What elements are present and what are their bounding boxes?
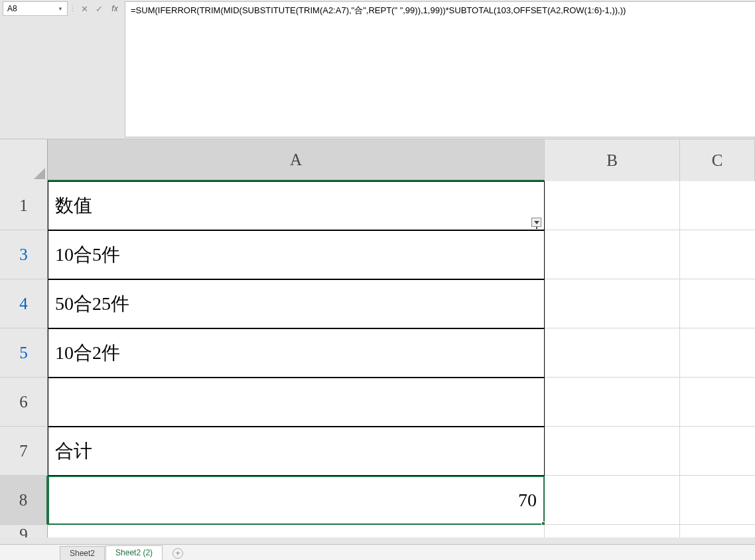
- sheet-tab-1[interactable]: Sheet2: [60, 546, 105, 560]
- cell-C1[interactable]: [680, 181, 755, 230]
- cell-C6[interactable]: [680, 378, 755, 427]
- col-header-B[interactable]: B: [545, 139, 680, 181]
- cancel-button[interactable]: ✕: [77, 1, 92, 16]
- row-7: 7 合计: [0, 427, 755, 476]
- row-3: 3 10合5件: [0, 230, 755, 279]
- row-header-5[interactable]: 5: [0, 328, 48, 378]
- row-6: 6: [0, 378, 755, 427]
- cell-C8[interactable]: [680, 476, 755, 525]
- cell-B6[interactable]: [545, 378, 680, 427]
- row-4: 4 50合25件: [0, 279, 755, 328]
- cell-A8[interactable]: 70: [48, 476, 545, 525]
- select-all-triangle-icon: [34, 168, 45, 179]
- row-5: 5 10合2件: [0, 328, 755, 378]
- col-header-C[interactable]: C: [680, 139, 755, 181]
- formula-text: =SUM(IFERROR(TRIM(MID(SUBSTITUTE(TRIM(A2…: [131, 5, 626, 15]
- formula-input[interactable]: =SUM(IFERROR(TRIM(MID(SUBSTITUTE(TRIM(A2…: [125, 1, 755, 137]
- cell-C4[interactable]: [680, 279, 755, 328]
- cell-A5[interactable]: 10合2件: [48, 328, 545, 378]
- cell-B4[interactable]: [545, 279, 680, 328]
- row-header-9[interactable]: 9: [0, 525, 48, 537]
- cell-B7[interactable]: [545, 427, 680, 476]
- formula-bar-area: A8 ▼ ⋮ ✕ ✓ fx =SUM(IFERROR(TRIM(MID(SUBS…: [0, 0, 755, 139]
- row-1: 1 数值: [0, 181, 755, 230]
- row-header-8[interactable]: 8: [0, 476, 48, 525]
- cell-B5[interactable]: [545, 328, 680, 378]
- name-box-value: A8: [7, 4, 17, 13]
- sheet-tab-2[interactable]: Sheet2 (2): [105, 545, 163, 560]
- row-header-4[interactable]: 4: [0, 279, 48, 328]
- cell-A9[interactable]: [48, 525, 545, 537]
- name-box-dropdown-icon[interactable]: ▼: [58, 6, 63, 12]
- cell-B9[interactable]: [545, 525, 680, 537]
- rows-container: 1 数值 3 10合5件 4 50合25件 5 10合2件: [0, 181, 755, 537]
- spreadsheet-grid: A B C 1 数值 3 10合5件 4 50合25件: [0, 139, 755, 537]
- row-8: 8 70: [0, 476, 755, 525]
- cell-B8[interactable]: [545, 476, 680, 525]
- cell-B3[interactable]: [545, 230, 680, 279]
- select-all-corner[interactable]: [0, 139, 48, 181]
- cell-A3[interactable]: 10合5件: [48, 230, 545, 279]
- cell-B1[interactable]: [545, 181, 680, 230]
- separator: ⋮: [69, 1, 76, 16]
- row-9: 9: [0, 525, 755, 537]
- fx-button[interactable]: fx: [107, 1, 122, 16]
- plus-icon: +: [172, 548, 183, 559]
- col-header-A[interactable]: A: [48, 139, 545, 181]
- funnel-icon: [534, 221, 539, 224]
- column-headers: A B C: [0, 139, 755, 181]
- cell-A6[interactable]: [48, 378, 545, 427]
- name-box[interactable]: A8 ▼: [3, 1, 68, 16]
- new-sheet-button[interactable]: +: [170, 547, 186, 560]
- enter-button[interactable]: ✓: [92, 1, 106, 16]
- cell-C5[interactable]: [680, 328, 755, 378]
- cell-C7[interactable]: [680, 427, 755, 476]
- cell-A1[interactable]: 数值: [48, 181, 545, 230]
- filter-icon[interactable]: [531, 218, 541, 227]
- row-header-3[interactable]: 3: [0, 230, 48, 279]
- row-header-1[interactable]: 1: [0, 181, 48, 230]
- cell-A7[interactable]: 合计: [48, 427, 545, 476]
- cell-C3[interactable]: [680, 230, 755, 279]
- sheet-tabs-bar: Sheet2 Sheet2 (2) +: [0, 544, 755, 560]
- cell-A4[interactable]: 50合25件: [48, 279, 545, 328]
- row-header-7[interactable]: 7: [0, 427, 48, 476]
- row-header-6[interactable]: 6: [0, 378, 48, 427]
- cell-C9[interactable]: [680, 525, 755, 537]
